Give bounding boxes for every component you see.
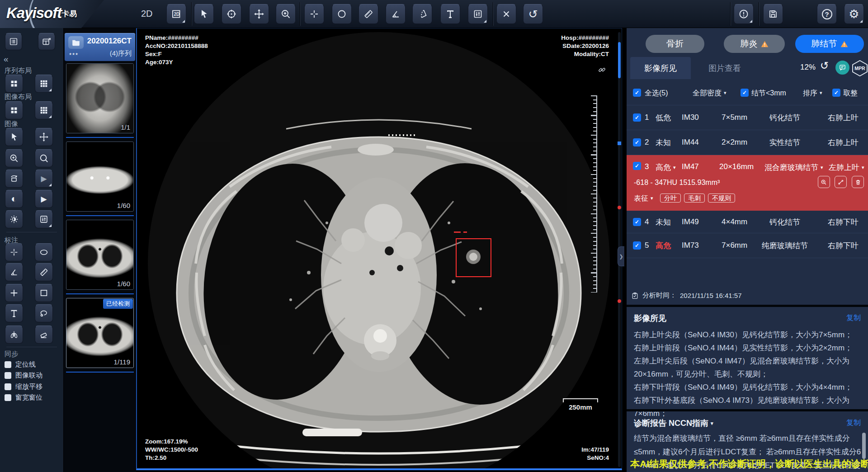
round-checkbox[interactable] [832, 89, 840, 97]
slice-marker-blue[interactable] [618, 142, 621, 145]
series-thumbnail-3[interactable]: 1/60 [66, 220, 134, 290]
ellipse-tool-button[interactable] [332, 4, 352, 24]
zoom-tool-button[interactable] [276, 4, 296, 24]
sort-dropdown[interactable]: 排序 [803, 89, 822, 98]
sidebar-window-level-button[interactable] [35, 210, 53, 228]
annotation-cross-button[interactable] [5, 284, 23, 302]
series-layout-grid-button[interactable] [35, 75, 53, 93]
sidebar-select-button[interactable] [5, 128, 23, 146]
report-bubble-button[interactable] [835, 61, 849, 75]
sidebar-pan-button[interactable] [35, 128, 53, 146]
crosshair-tool-button[interactable] [304, 4, 324, 24]
sidebar-zoom-in-button[interactable] [5, 149, 23, 167]
report-warning-button[interactable] [734, 4, 754, 24]
nodule-zoom-button[interactable] [818, 176, 830, 188]
annotation-rectangle-button[interactable] [35, 284, 53, 302]
panel-collapse-handle[interactable]: ❯ [618, 246, 624, 266]
pan-tool-button[interactable] [249, 4, 269, 24]
sidebar-rotate-button[interactable] [5, 170, 23, 188]
sidebar-play-button[interactable]: ▶ [35, 190, 53, 208]
help-button[interactable]: ? [817, 4, 837, 24]
series-thumbnail-2[interactable]: 1/60 [66, 142, 134, 212]
lt3mm-checkbox[interactable] [741, 89, 749, 97]
nodule-row-3-selected[interactable]: 3 高危 IM47 20×16mm 混合磨玻璃结节 左肺上叶 -618 - 34… [627, 155, 868, 211]
annotation-lung-segment-button[interactable] [5, 326, 23, 344]
sync-option-window[interactable]: 窗宽窗位 [5, 393, 42, 402]
report-copy-button[interactable]: 复制 [846, 418, 861, 428]
nodule-checkbox[interactable] [633, 218, 641, 226]
nodule-type-dropdown[interactable]: 混合磨玻璃结节 [764, 162, 823, 173]
sync-option-image-link[interactable]: 图像联动 [5, 371, 42, 380]
nodule-marker-red[interactable] [618, 299, 621, 303]
annotation-ellipse-button[interactable] [35, 243, 53, 261]
cobb-angle-tool-button[interactable] [412, 4, 432, 24]
angle-tool-button[interactable] [386, 4, 406, 24]
nodule-row-5[interactable]: 5 高危 IM73 7×6mm 纯磨玻璃结节 右肺下叶 [627, 233, 868, 258]
viewer-scrollbar-thumb[interactable] [618, 42, 621, 78]
sidebar-jump-button[interactable]: ▶ [35, 170, 53, 188]
nodule-risk-dropdown[interactable]: 高危 [656, 162, 676, 173]
collapse-sidebar-icon[interactable]: « [4, 54, 9, 64]
select-tool-button[interactable] [194, 4, 214, 24]
nodule-compare-button[interactable] [835, 176, 847, 188]
series-thumbnail-1[interactable]: 1/1 [66, 63, 134, 133]
delete-tool-button[interactable] [496, 4, 516, 24]
layout-2d-button[interactable]: 2D [166, 4, 186, 24]
refresh-button[interactable]: ↺ [820, 60, 829, 72]
sync-option-zoom-pan[interactable]: 缩放平移 [5, 382, 42, 391]
ruler-tool-button[interactable] [359, 4, 378, 24]
trait-dropdown[interactable]: 表征 [634, 194, 653, 203]
series-panel-button[interactable] [5, 33, 22, 50]
tab-image-view[interactable]: 图片查看 [695, 57, 754, 79]
module-fracture-button[interactable]: 骨折 [646, 35, 704, 53]
sidebar-invert-button[interactable]: ◐ [5, 190, 23, 208]
checkbox-unchecked[interactable] [5, 383, 11, 390]
tab-findings[interactable]: 影像所见 [630, 57, 691, 79]
sidebar-magnify-button[interactable] [35, 149, 53, 167]
settings-button[interactable]: ⚙ [844, 4, 864, 24]
folder-button[interactable] [68, 36, 84, 49]
nodule-row-1[interactable]: 1 低危 IM30 7×5mm 钙化结节 右肺上叶 [627, 105, 868, 130]
density-dropdown[interactable]: 全部密度 [693, 89, 726, 98]
reset-tool-button[interactable]: ↺ [523, 4, 543, 24]
series-layout-2x2-button[interactable] [5, 75, 23, 93]
sync-option-locator-line[interactable]: 定位线 [5, 360, 36, 369]
close-layout-button[interactable] [38, 33, 55, 50]
nodule-checkbox[interactable] [633, 113, 641, 122]
checkbox-unchecked[interactable] [5, 372, 11, 379]
checkbox-unchecked[interactable] [5, 361, 11, 368]
window-level-tool-button[interactable] [468, 4, 488, 24]
nodule-row-4[interactable]: 4 未知 IM49 4×4mm 钙化结节 右肺下叶 [627, 211, 868, 233]
panel-scrollbar-thumb[interactable] [862, 433, 866, 459]
checkbox-unchecked[interactable] [5, 394, 11, 401]
link-button[interactable] [598, 66, 606, 74]
annotation-crosshair-button[interactable] [5, 243, 23, 261]
nodule-roi-box[interactable] [456, 238, 491, 277]
select-all-checkbox[interactable] [633, 89, 641, 97]
study-header[interactable]: 20200126CT *** (4)序列 [65, 33, 135, 61]
image-layout-grid-button[interactable] [35, 101, 53, 119]
nodule-checkbox[interactable] [633, 241, 641, 250]
series-thumbnail-4[interactable]: 已经检测 1/119 [66, 298, 134, 368]
nodule-checkbox[interactable] [633, 138, 641, 146]
image-layout-2x2-button[interactable] [5, 101, 23, 119]
ct-viewport[interactable]: PName:######### AccNO:202101158888 Sex:F… [136, 28, 622, 470]
nodule-location-dropdown[interactable]: 左肺上叶 [829, 162, 864, 173]
annotation-angle-button[interactable] [5, 263, 23, 281]
nodule-row-2[interactable]: 2 未知 IM44 2×2mm 实性结节 右肺上叶 [627, 130, 868, 155]
mpr-button[interactable]: MPR [851, 60, 868, 77]
nodule-delete-button[interactable] [852, 176, 864, 188]
module-lung-nodule-button[interactable]: 肺结节 [795, 35, 864, 53]
locate-tool-button[interactable] [222, 4, 241, 24]
annotation-eraser-button[interactable] [35, 326, 53, 344]
annotation-ruler-button[interactable] [35, 263, 53, 281]
save-button[interactable] [763, 4, 783, 24]
sidebar-brightness-button[interactable] [5, 210, 23, 228]
report-section-title[interactable]: 诊断报告 NCCN指南 [634, 418, 713, 429]
findings-copy-button[interactable]: 复制 [846, 313, 861, 323]
nodule-checkbox[interactable] [633, 162, 641, 170]
text-tool-button[interactable] [440, 4, 460, 24]
annotation-text-button[interactable] [5, 304, 23, 322]
module-pneumonia-button[interactable]: 肺炎 [724, 35, 785, 53]
nodule-marker-red[interactable] [618, 206, 621, 209]
